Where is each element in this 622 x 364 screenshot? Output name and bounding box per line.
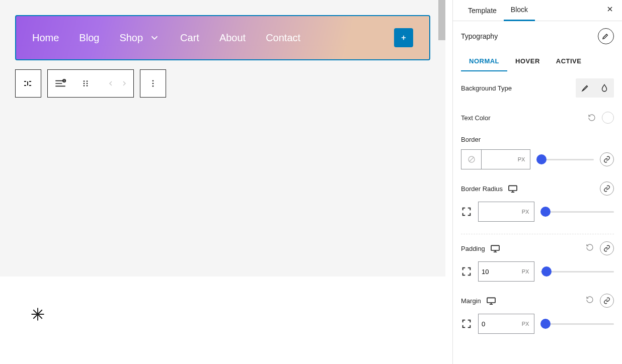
margin-input-group: PX [478,314,534,334]
margin-unit[interactable]: PX [517,314,534,333]
padding-reset-button[interactable] [584,241,596,253]
desktop-icon[interactable] [508,185,518,193]
svg-point-8 [152,80,154,81]
margin-slider-thumb[interactable] [540,319,551,329]
scrollbar-thumb[interactable] [438,0,445,40]
corners-icon[interactable] [461,206,472,217]
border-label: Border [461,136,614,143]
padding-slider-thumb[interactable] [541,266,552,277]
state-tab-normal[interactable]: NORMAL [461,51,507,71]
block-type-button[interactable] [16,70,41,97]
bg-type-label: Background Type [461,84,512,92]
padding-input[interactable] [479,262,517,281]
tab-block[interactable]: Block [504,0,535,21]
padding-input-group: PX [478,261,534,282]
text-color-label: Text Color [461,114,491,122]
layout-button[interactable] [48,70,73,97]
border-radius-slider-thumb[interactable] [540,207,551,217]
corners-icon[interactable] [461,318,472,329]
border-radius-input-group: PX [478,202,534,222]
border-radius-link-button[interactable] [600,181,614,196]
svg-point-3 [87,80,88,82]
padding-label: Padding [461,245,485,252]
toolbar-group-1 [15,69,41,98]
typography-label: Typography [461,32,498,40]
state-tab-hover[interactable]: HOVER [507,51,548,71]
svg-rect-12 [509,186,517,191]
drag-handle-button[interactable] [73,70,98,97]
link-icon [603,185,610,192]
canvas-scrollbar[interactable] [438,0,445,364]
nav-block-icon [22,77,34,89]
add-block-button[interactable] [394,28,413,47]
svg-point-2 [84,80,85,82]
typography-panel-header[interactable]: Typography [453,21,622,51]
border-width-input[interactable] [482,150,513,169]
padding-slider[interactable] [540,271,614,272]
close-sidebar-button[interactable] [606,5,614,16]
reset-icon [588,114,596,122]
tab-template[interactable]: Template [461,0,504,21]
more-options-button[interactable] [140,70,166,97]
svg-point-7 [87,85,88,86]
link-icon [603,156,610,163]
drag-icon [81,79,90,88]
border-color-swatch[interactable] [461,150,482,169]
text-color-swatch[interactable] [602,112,614,124]
desktop-icon[interactable] [490,244,500,252]
margin-reset-button[interactable] [584,294,596,306]
navigation-block[interactable]: Home Blog Shop Cart About Contact [15,15,430,60]
chevron-down-icon [149,32,160,43]
border-radius-unit[interactable]: PX [517,202,534,221]
padding-section: Padding PX [453,236,622,289]
plus-icon [399,33,409,43]
border-radius-slider[interactable] [540,211,614,213]
margin-slider[interactable] [540,323,614,325]
nav-item-contact[interactable]: Contact [266,32,300,44]
none-icon [467,155,476,164]
canvas-header-area: Home Blog Shop Cart About Contact [0,0,445,277]
state-tab-active[interactable]: ACTIVE [548,51,590,71]
svg-point-6 [84,85,85,86]
border-section: Border PX [453,131,622,176]
link-icon [603,245,610,252]
canvas-body-area [0,277,445,352]
reset-icon [586,296,594,304]
close-icon [606,5,614,13]
section-divider [461,234,614,234]
corners-icon[interactable] [461,266,472,277]
margin-section: Margin PX [453,289,622,341]
toolbar-group-3 [140,69,166,98]
padding-link-button[interactable] [600,241,614,255]
chevron-right-icon [120,79,128,87]
border-radius-input[interactable] [479,202,517,221]
nav-item-home[interactable]: Home [32,32,59,44]
bg-classic-button[interactable] [576,78,595,98]
block-toolbar [15,69,430,98]
layout-icon [54,77,67,90]
border-link-button[interactable] [600,152,614,166]
padding-unit[interactable]: PX [517,262,534,281]
margin-input[interactable] [479,314,517,333]
droplet-icon [600,83,609,93]
bg-gradient-button[interactable] [595,78,614,98]
bg-type-toggle [576,78,614,98]
border-slider[interactable] [536,159,594,160]
typography-edit-button[interactable] [598,28,614,44]
move-right-button[interactable] [115,70,133,97]
border-input-group: PX [461,149,530,169]
border-slider-thumb[interactable] [536,154,547,164]
toolbar-group-2 [47,69,134,98]
settings-sidebar: Template Block Typography NORMAL HOVER A… [452,0,622,364]
nav-item-about[interactable]: About [219,32,246,44]
editor-canvas: Home Blog Shop Cart About Contact [0,0,445,364]
svg-point-5 [87,83,88,84]
svg-rect-14 [487,298,495,303]
margin-link-button[interactable] [600,294,614,308]
nav-item-cart[interactable]: Cart [180,32,199,44]
desktop-icon[interactable] [486,297,496,305]
text-color-reset-button[interactable] [586,112,598,124]
nav-item-shop[interactable]: Shop [119,32,160,44]
border-unit[interactable]: PX [513,150,530,169]
nav-item-blog[interactable]: Blog [79,32,99,44]
